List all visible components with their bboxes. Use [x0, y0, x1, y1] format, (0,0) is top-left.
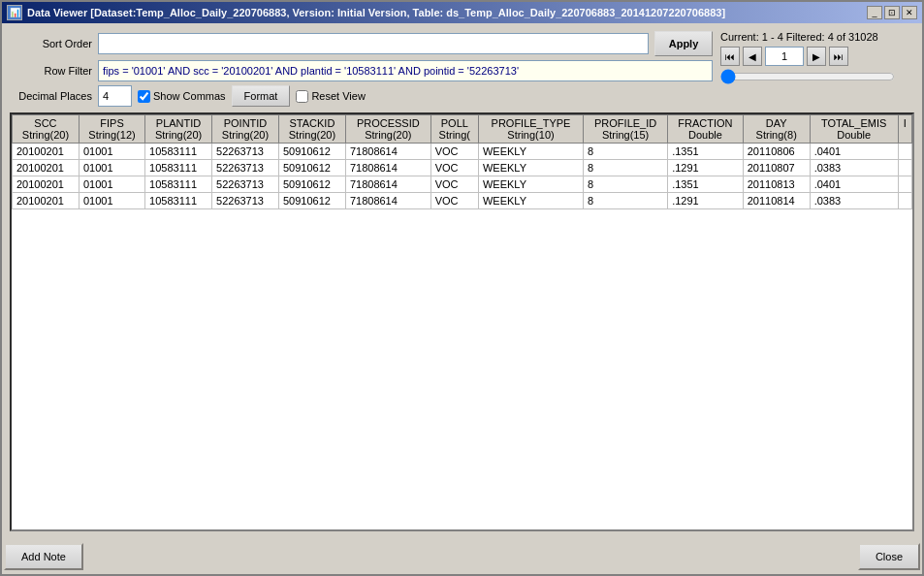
table-cell: WEEKLY [478, 160, 583, 176]
table-cell: .1351 [668, 144, 744, 160]
app-icon: 📊 [7, 5, 22, 20]
slider-row [720, 70, 914, 83]
table-cell: 52263713 [212, 160, 279, 176]
table-cell: 20110806 [743, 144, 810, 160]
header-row: SCCString(20) FIPSString(12) PLANTIDStri… [13, 115, 912, 144]
table-cell: .0401 [810, 176, 898, 193]
table-cell: 52263713 [212, 193, 279, 209]
table-cell: .0383 [810, 193, 898, 209]
table-cell: WEEKLY [478, 144, 583, 160]
table-body: 2010020101001105831115226371350910612718… [13, 144, 912, 209]
table-cell [898, 176, 911, 193]
col-header-fips: FIPSString(12) [79, 115, 144, 144]
window-title: Data Viewer [Dataset:Temp_Alloc_Daily_22… [27, 7, 725, 18]
table-cell: 71808614 [345, 176, 430, 193]
table-row: 2010020101001105831115226371350910612718… [13, 176, 912, 193]
table-cell: WEEKLY [478, 193, 583, 209]
table-cell: 10583111 [145, 144, 212, 160]
table-cell: .1291 [668, 193, 744, 209]
page-input[interactable] [765, 47, 804, 66]
table-cell: VOC [430, 144, 478, 160]
next-page-button[interactable]: ▶ [807, 47, 826, 66]
close-window-button[interactable]: ✕ [902, 6, 917, 19]
table-cell: .1351 [668, 176, 744, 193]
sort-order-input[interactable] [98, 33, 649, 54]
table-row: 2010020101001105831115226371350910612718… [13, 193, 912, 209]
table-cell: 50910612 [278, 144, 345, 160]
table-cell: 20100201 [13, 176, 80, 193]
sort-order-label: Sort Order [10, 38, 92, 49]
minimize-button[interactable]: _ [867, 6, 882, 19]
decimal-places-label: Decimal Places [10, 90, 92, 102]
table-cell: 50910612 [278, 176, 345, 193]
table-cell: 20110813 [743, 176, 810, 193]
restore-button[interactable]: ⊡ [884, 6, 900, 19]
table-cell: 50910612 [278, 160, 345, 176]
table-cell: 52263713 [212, 176, 279, 193]
table-cell: 10583111 [145, 160, 212, 176]
right-nav: Current: 1 - 4 Filtered: 4 of 31028 ⏮ ◀ … [720, 31, 914, 83]
apply-button[interactable]: Apply [654, 31, 713, 56]
prev-page-button[interactable]: ◀ [743, 47, 762, 66]
data-table: SCCString(20) FIPSString(12) PLANTIDStri… [12, 114, 912, 209]
show-commas-label: Show Commas [138, 90, 226, 103]
main-window: 📊 Data Viewer [Dataset:Temp_Alloc_Daily_… [0, 0, 924, 576]
row-filter-label: Row Filter [10, 65, 92, 77]
table-cell: VOC [430, 193, 478, 209]
table-cell: 10583111 [145, 193, 212, 209]
row-filter-input[interactable] [98, 60, 713, 81]
window-controls: _ ⊡ ✕ [867, 6, 917, 19]
format-button[interactable]: Format [232, 85, 291, 107]
col-header-i: I [898, 115, 911, 144]
col-header-day: DAYString(8) [743, 115, 810, 144]
data-table-container[interactable]: SCCString(20) FIPSString(12) PLANTIDStri… [10, 112, 914, 531]
table-cell: 20100201 [13, 144, 80, 160]
table-cell: 20100201 [13, 193, 80, 209]
footer: Add Note Close [2, 539, 922, 574]
table-cell: 50910612 [278, 193, 345, 209]
table-cell: 71808614 [345, 144, 430, 160]
title-bar: 📊 Data Viewer [Dataset:Temp_Alloc_Daily_… [2, 2, 922, 23]
top-section: Sort Order Apply Row Filter Decimal Plac… [10, 31, 914, 107]
table-cell: .0383 [810, 160, 898, 176]
table-cell: 52263713 [212, 144, 279, 160]
decimal-places-input[interactable] [98, 85, 132, 107]
table-cell: 01001 [79, 193, 144, 209]
nav-row: ⏮ ◀ ▶ ⏭ [720, 47, 914, 66]
reset-view-label: Reset View [296, 90, 365, 103]
col-header-profile-id: PROFILE_IDString(15) [584, 115, 668, 144]
table-cell [898, 160, 911, 176]
table-cell: 01001 [79, 144, 144, 160]
col-header-processid: PROCESSIDString(20) [345, 115, 430, 144]
reset-view-checkbox[interactable] [296, 90, 308, 103]
scroll-slider[interactable] [720, 70, 895, 83]
col-header-poll: POLLString( [430, 115, 478, 144]
table-cell: 01001 [79, 176, 144, 193]
table-cell: 20110807 [743, 160, 810, 176]
table-cell: 20100201 [13, 160, 80, 176]
table-cell: 8 [584, 193, 668, 209]
col-header-pointid: POINTIDString(20) [212, 115, 279, 144]
row-filter-row: Row Filter [10, 60, 713, 81]
table-cell: VOC [430, 176, 478, 193]
col-header-plantid: PLANTIDString(20) [145, 115, 212, 144]
table-cell [898, 144, 911, 160]
table-row: 2010020101001105831115226371350910612718… [13, 160, 912, 176]
bottom-controls-row: Decimal Places Show Commas Format Reset … [10, 85, 713, 107]
show-commas-checkbox[interactable] [138, 90, 150, 103]
table-cell: 20110814 [743, 193, 810, 209]
col-header-scc: SCCString(20) [13, 115, 80, 144]
first-page-button[interactable]: ⏮ [720, 47, 740, 66]
table-row: 2010020101001105831115226371350910612718… [13, 144, 912, 160]
table-cell: 71808614 [345, 193, 430, 209]
sort-order-row: Sort Order Apply [10, 31, 713, 56]
table-cell: 8 [584, 160, 668, 176]
table-header: SCCString(20) FIPSString(12) PLANTIDStri… [13, 115, 912, 144]
current-info: Current: 1 - 4 Filtered: 4 of 31028 [720, 31, 914, 43]
close-button[interactable]: Close [858, 543, 920, 570]
table-cell: WEEKLY [478, 176, 583, 193]
table-cell: 8 [584, 176, 668, 193]
table-cell: .1291 [668, 160, 744, 176]
last-page-button[interactable]: ⏭ [829, 47, 848, 66]
add-note-button[interactable]: Add Note [4, 543, 83, 570]
